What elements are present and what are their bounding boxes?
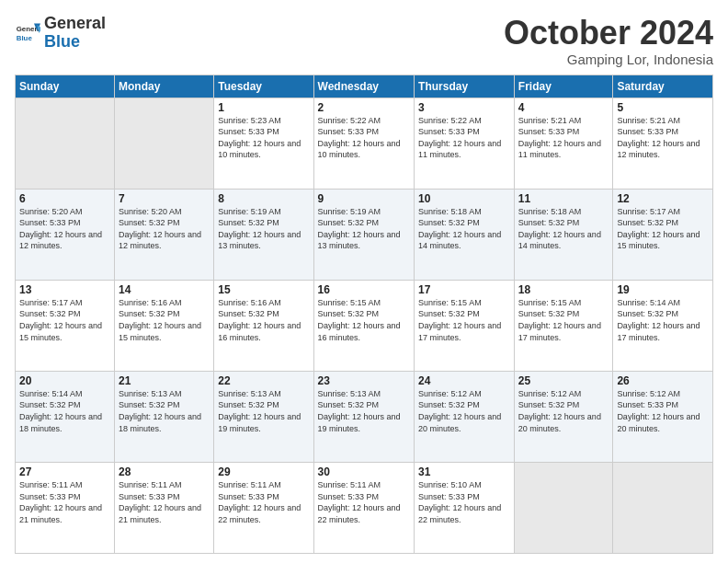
calendar-cell: 13Sunrise: 5:17 AMSunset: 5:32 PMDayligh… <box>16 280 115 371</box>
day-number: 16 <box>318 283 411 296</box>
calendar-week-row: 27Sunrise: 5:11 AMSunset: 5:33 PMDayligh… <box>16 462 713 553</box>
logo: General Blue General Blue <box>15 15 106 52</box>
calendar-cell: 1Sunrise: 5:23 AMSunset: 5:33 PMDaylight… <box>214 98 313 189</box>
calendar-week-row: 20Sunrise: 5:14 AMSunset: 5:32 PMDayligh… <box>16 371 713 462</box>
calendar-cell <box>115 98 214 189</box>
day-number: 23 <box>318 374 411 387</box>
day-info: Sunrise: 5:11 AMSunset: 5:33 PMDaylight:… <box>318 479 411 525</box>
calendar-cell: 15Sunrise: 5:16 AMSunset: 5:32 PMDayligh… <box>214 280 313 371</box>
day-number: 10 <box>418 192 510 205</box>
calendar-cell: 21Sunrise: 5:13 AMSunset: 5:32 PMDayligh… <box>115 371 214 462</box>
day-number: 1 <box>218 101 309 114</box>
day-info: Sunrise: 5:17 AMSunset: 5:32 PMDaylight:… <box>19 297 110 343</box>
day-number: 18 <box>518 283 609 296</box>
day-info: Sunrise: 5:17 AMSunset: 5:32 PMDaylight:… <box>617 206 709 252</box>
day-info: Sunrise: 5:11 AMSunset: 5:33 PMDaylight:… <box>119 479 210 525</box>
calendar-cell: 29Sunrise: 5:11 AMSunset: 5:33 PMDayligh… <box>214 462 313 553</box>
day-info: Sunrise: 5:16 AMSunset: 5:32 PMDaylight:… <box>119 297 210 343</box>
day-info: Sunrise: 5:19 AMSunset: 5:32 PMDaylight:… <box>318 206 411 252</box>
day-number: 3 <box>418 101 510 114</box>
calendar-cell <box>613 462 713 553</box>
location-subtitle: Gamping Lor, Indonesia <box>504 52 713 67</box>
calendar-cell: 17Sunrise: 5:15 AMSunset: 5:32 PMDayligh… <box>415 280 515 371</box>
calendar-cell: 16Sunrise: 5:15 AMSunset: 5:32 PMDayligh… <box>313 280 415 371</box>
day-number: 22 <box>218 374 309 387</box>
calendar-cell: 8Sunrise: 5:19 AMSunset: 5:32 PMDaylight… <box>214 189 313 280</box>
calendar-cell: 31Sunrise: 5:10 AMSunset: 5:33 PMDayligh… <box>415 462 515 553</box>
day-number: 5 <box>617 101 709 114</box>
day-number: 17 <box>418 283 510 296</box>
calendar-week-row: 13Sunrise: 5:17 AMSunset: 5:32 PMDayligh… <box>16 280 713 371</box>
day-info: Sunrise: 5:12 AMSunset: 5:32 PMDaylight:… <box>518 388 609 434</box>
day-number: 11 <box>518 192 609 205</box>
day-number: 24 <box>418 374 510 387</box>
calendar-cell: 25Sunrise: 5:12 AMSunset: 5:32 PMDayligh… <box>514 371 613 462</box>
day-info: Sunrise: 5:15 AMSunset: 5:32 PMDaylight:… <box>418 297 510 343</box>
day-number: 28 <box>119 465 210 478</box>
day-number: 13 <box>19 283 110 296</box>
header: General Blue General Blue October 2024 G… <box>15 15 713 67</box>
day-number: 20 <box>19 374 110 387</box>
weekday-header-friday: Friday <box>514 75 613 98</box>
calendar-cell: 20Sunrise: 5:14 AMSunset: 5:32 PMDayligh… <box>16 371 115 462</box>
calendar-cell <box>16 98 115 189</box>
day-number: 25 <box>518 374 609 387</box>
day-number: 7 <box>119 192 210 205</box>
day-number: 2 <box>318 101 411 114</box>
day-info: Sunrise: 5:15 AMSunset: 5:32 PMDaylight:… <box>318 297 411 343</box>
title-block: October 2024 Gamping Lor, Indonesia <box>504 15 713 67</box>
calendar-cell <box>514 462 613 553</box>
day-number: 12 <box>617 192 709 205</box>
calendar-cell: 28Sunrise: 5:11 AMSunset: 5:33 PMDayligh… <box>115 462 214 553</box>
day-info: Sunrise: 5:21 AMSunset: 5:33 PMDaylight:… <box>518 115 609 161</box>
day-info: Sunrise: 5:19 AMSunset: 5:32 PMDaylight:… <box>218 206 309 252</box>
calendar-cell: 12Sunrise: 5:17 AMSunset: 5:32 PMDayligh… <box>613 189 713 280</box>
calendar-cell: 2Sunrise: 5:22 AMSunset: 5:33 PMDaylight… <box>313 98 415 189</box>
day-info: Sunrise: 5:15 AMSunset: 5:32 PMDaylight:… <box>518 297 609 343</box>
calendar-page: General Blue General Blue October 2024 G… <box>0 0 728 563</box>
day-info: Sunrise: 5:22 AMSunset: 5:33 PMDaylight:… <box>318 115 411 161</box>
calendar-cell: 23Sunrise: 5:13 AMSunset: 5:32 PMDayligh… <box>313 371 415 462</box>
day-info: Sunrise: 5:20 AMSunset: 5:32 PMDaylight:… <box>119 206 210 252</box>
weekday-header-saturday: Saturday <box>613 75 713 98</box>
day-number: 21 <box>119 374 210 387</box>
calendar-cell: 5Sunrise: 5:21 AMSunset: 5:33 PMDaylight… <box>613 98 713 189</box>
weekday-header-thursday: Thursday <box>415 75 515 98</box>
day-info: Sunrise: 5:13 AMSunset: 5:32 PMDaylight:… <box>218 388 309 434</box>
day-info: Sunrise: 5:23 AMSunset: 5:33 PMDaylight:… <box>218 115 309 161</box>
day-info: Sunrise: 5:13 AMSunset: 5:32 PMDaylight:… <box>318 388 411 434</box>
month-title: October 2024 <box>504 15 713 52</box>
calendar-cell: 26Sunrise: 5:12 AMSunset: 5:33 PMDayligh… <box>613 371 713 462</box>
day-number: 29 <box>218 465 309 478</box>
day-info: Sunrise: 5:16 AMSunset: 5:32 PMDaylight:… <box>218 297 309 343</box>
calendar-week-row: 6Sunrise: 5:20 AMSunset: 5:33 PMDaylight… <box>16 189 713 280</box>
day-number: 6 <box>19 192 110 205</box>
day-info: Sunrise: 5:18 AMSunset: 5:32 PMDaylight:… <box>518 206 609 252</box>
day-info: Sunrise: 5:11 AMSunset: 5:33 PMDaylight:… <box>218 479 309 525</box>
calendar-cell: 22Sunrise: 5:13 AMSunset: 5:32 PMDayligh… <box>214 371 313 462</box>
day-number: 26 <box>617 374 709 387</box>
day-number: 15 <box>218 283 309 296</box>
calendar-cell: 6Sunrise: 5:20 AMSunset: 5:33 PMDaylight… <box>16 189 115 280</box>
day-info: Sunrise: 5:18 AMSunset: 5:32 PMDaylight:… <box>418 206 510 252</box>
day-number: 14 <box>119 283 210 296</box>
weekday-header-wednesday: Wednesday <box>313 75 415 98</box>
day-info: Sunrise: 5:10 AMSunset: 5:33 PMDaylight:… <box>418 479 510 525</box>
calendar-cell: 3Sunrise: 5:22 AMSunset: 5:33 PMDaylight… <box>415 98 515 189</box>
calendar-week-row: 1Sunrise: 5:23 AMSunset: 5:33 PMDaylight… <box>16 98 713 189</box>
day-info: Sunrise: 5:21 AMSunset: 5:33 PMDaylight:… <box>617 115 709 161</box>
day-info: Sunrise: 5:14 AMSunset: 5:32 PMDaylight:… <box>19 388 110 434</box>
day-number: 27 <box>19 465 110 478</box>
calendar-cell: 7Sunrise: 5:20 AMSunset: 5:32 PMDaylight… <box>115 189 214 280</box>
calendar-cell: 30Sunrise: 5:11 AMSunset: 5:33 PMDayligh… <box>313 462 415 553</box>
calendar-cell: 19Sunrise: 5:14 AMSunset: 5:32 PMDayligh… <box>613 280 713 371</box>
day-number: 31 <box>418 465 510 478</box>
calendar-cell: 4Sunrise: 5:21 AMSunset: 5:33 PMDaylight… <box>514 98 613 189</box>
calendar-cell: 14Sunrise: 5:16 AMSunset: 5:32 PMDayligh… <box>115 280 214 371</box>
logo-icon: General Blue <box>15 20 40 46</box>
calendar-cell: 10Sunrise: 5:18 AMSunset: 5:32 PMDayligh… <box>415 189 515 280</box>
svg-text:Blue: Blue <box>17 34 33 42</box>
weekday-header-sunday: Sunday <box>16 75 115 98</box>
day-info: Sunrise: 5:14 AMSunset: 5:32 PMDaylight:… <box>617 297 709 343</box>
day-info: Sunrise: 5:12 AMSunset: 5:32 PMDaylight:… <box>418 388 510 434</box>
